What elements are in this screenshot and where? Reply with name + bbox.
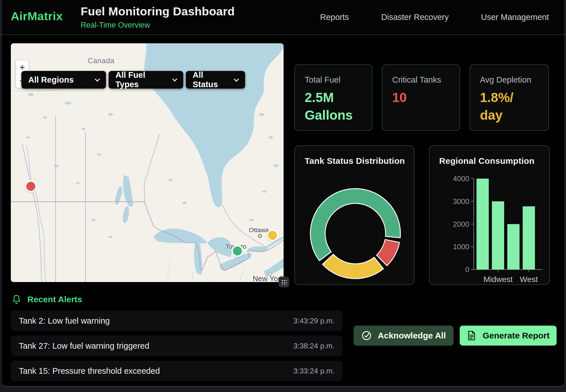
kpi-label: Critical Tanks [392,75,450,85]
main-nav: Reports Disaster Recovery User Managemen… [320,0,549,34]
map-marker-normal[interactable] [231,245,243,257]
svg-text:3000: 3000 [453,197,469,206]
generate-report-label: Generate Report [482,331,549,340]
alert-message: Tank 15: Pressure threshold exceeded [19,366,160,376]
kpi-value-line: Gallons [305,106,362,124]
kpi-card-critical-tanks: Critical Tanks 10 [382,64,460,131]
acknowledge-all-button[interactable]: Acknowledge All [354,326,453,346]
alert-message: Tank 27: Low fuel warning triggered [19,341,149,351]
nav-item-user-management[interactable]: User Management [481,13,549,22]
app-header: AirMatrix Fuel Monitoring Dashboard Real… [0,0,566,35]
region-filter-select[interactable]: All Regions [21,71,106,89]
map-label-ottawa: Ottawa [249,226,269,234]
chevron-down-icon [95,76,100,81]
kpi-label: Avg Depletion [480,75,539,85]
kpi-label: Total Fuel [305,75,362,85]
acknowledge-all-label: Acknowledge All [378,331,446,340]
nav-item-reports[interactable]: Reports [320,13,349,22]
map[interactable]: Canada Ottawa Toronto New York + − All R… [11,43,284,282]
bell-icon [12,295,21,304]
check-circle-icon [361,330,372,341]
kpi-value-line: 2.5M [305,89,362,106]
svg-text:4000: 4000 [453,174,469,183]
svg-text:2000: 2000 [453,220,469,228]
status-filter-select[interactable]: All Status [186,71,245,89]
alert-message: Tank 2: Low fuel warning [19,316,110,326]
generate-report-button[interactable]: Generate Report [460,326,557,346]
fuel-type-filter-select[interactable]: All Fuel Types [109,71,183,89]
kpi-card-total-fuel: Total Fuel 2.5M Gallons [294,64,372,131]
kpi-value-line: day [480,106,539,124]
fuel-type-filter-value: All Fuel Types [115,70,168,89]
map-filter-bar: All Regions All Fuel Types All Status [21,71,245,89]
dashboard-panel: AirMatrix Fuel Monitoring Dashboard Real… [0,0,566,387]
alert-time: 3:43:29 p.m. [293,317,335,325]
svg-text:1000: 1000 [453,242,469,251]
alert-row[interactable]: Tank 27: Low fuel warning triggered 3:38… [11,336,343,356]
tank-status-card: Tank Status Distribution [294,145,414,285]
nav-item-disaster-recovery[interactable]: Disaster Recovery [381,13,449,22]
title-block: Fuel Monitoring Dashboard Real-Time Over… [81,5,235,30]
kpi-value: 10 [392,89,450,106]
alert-row[interactable]: Tank 2: Low fuel warning 3:43:29 p.m. [11,311,343,331]
horizontal-scrollbar[interactable] [0,387,566,392]
map-marker-critical[interactable] [25,180,37,192]
app-window: AirMatrix Fuel Monitoring Dashboard Real… [0,0,566,392]
alert-row[interactable]: Tank 15: Pressure threshold exceeded 3:3… [11,361,343,381]
map-marker-warning[interactable] [266,229,278,241]
tank-status-donut-chart [295,146,414,285]
resize-grip-icon[interactable] [278,277,289,287]
regional-consumption-bar-chart: 01000200030004000MidwestWest [429,146,550,285]
page-subtitle: Real-Time Overview [81,21,235,30]
chevron-down-icon [172,76,177,81]
alerts-header: Recent Alerts [12,295,82,304]
kpi-value: 1.8%/ day [480,89,539,124]
kpi-value-line: 10 [392,89,450,106]
alerts-title: Recent Alerts [27,295,82,304]
brand-logo[interactable]: AirMatrix [11,10,63,23]
grip-dots-icon [281,279,287,285]
status-filter-value: All Status [193,70,229,89]
chevron-down-icon [234,76,239,81]
kpi-card-avg-depletion: Avg Depletion 1.8%/ day [470,64,549,131]
regional-consumption-card: Regional Consumption 01000200030004000Mi… [429,145,550,285]
svg-text:Midwest: Midwest [483,275,513,284]
alert-time: 3:33:24 p.m. [293,367,335,375]
document-icon [467,330,476,341]
svg-text:West: West [520,275,538,284]
svg-text:0: 0 [465,265,469,274]
kpi-value: 2.5M Gallons [305,89,362,124]
page-title: Fuel Monitoring Dashboard [81,5,235,18]
alert-time: 3:38:24 p.m. [293,342,335,350]
region-filter-value: All Regions [28,75,74,85]
kpi-value-line: 1.8%/ [480,89,539,106]
map-label-canada: Canada [88,57,115,65]
